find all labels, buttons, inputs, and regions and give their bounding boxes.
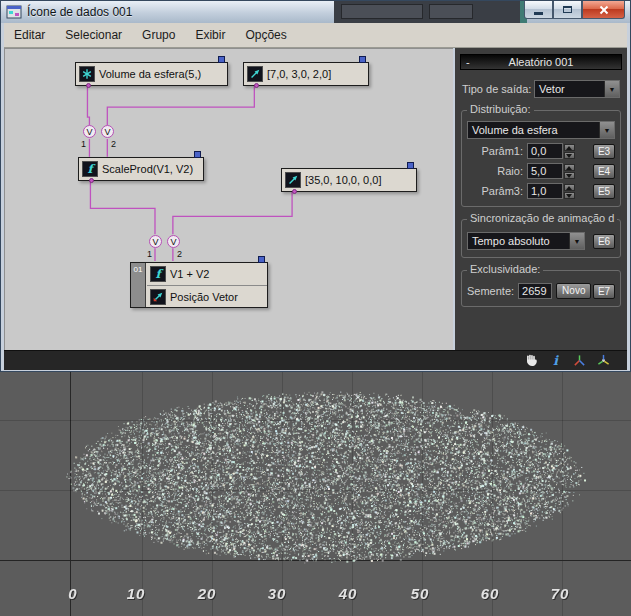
particle-cloud [0, 372, 631, 616]
axis-label: 0 [68, 585, 77, 602]
e4-expose-button[interactable]: E4 [593, 164, 615, 179]
distribution-group: Distribuição: Volume da esfera ▼ Parâm1:… [461, 110, 621, 207]
spinner-up-icon[interactable] [564, 164, 575, 171]
close-button[interactable] [582, 1, 625, 19]
e3-expose-button[interactable]: E3 [593, 144, 615, 159]
node-output-operator[interactable]: 01 f V1 + V2 [130, 262, 268, 308]
spinner-down-icon[interactable] [564, 152, 575, 159]
output-socket[interactable] [292, 189, 297, 194]
node-label: [7,0, 3,0, 2,0] [267, 68, 331, 80]
node-label: Posição Vetor [170, 291, 238, 303]
radius-spinner[interactable] [564, 164, 575, 179]
random-icon [79, 66, 95, 82]
world-axis-icon[interactable] [596, 353, 611, 368]
spinner-down-icon[interactable] [564, 172, 575, 179]
axis-constraint-icon[interactable] [572, 353, 587, 368]
new-seed-button[interactable]: Novo [556, 283, 591, 299]
function-icon: f [82, 161, 98, 177]
operator-index-badge: 01 [131, 263, 146, 307]
node-label: [35,0, 10,0, 0,0] [305, 174, 381, 186]
input-socket[interactable] [194, 151, 201, 158]
node-sphere-volume[interactable]: Volume da esfera(5,) [75, 62, 228, 86]
e7-expose-button[interactable]: E7 [593, 284, 615, 299]
input-socket[interactable] [218, 56, 225, 63]
node-editor-canvas[interactable]: Volume da esfera(5,) [7,0, 3,0, 2,0] [4, 48, 453, 350]
v-connector-label: V [104, 127, 110, 137]
radius-label: Raio: [467, 165, 523, 177]
chevron-down-icon: ▼ [569, 233, 584, 249]
input-socket[interactable] [407, 162, 414, 169]
output-socket[interactable] [254, 83, 259, 88]
data-icon-window: Ícone de dados 001 Editar Selecionar Gru… [0, 0, 631, 372]
input-socket[interactable] [258, 256, 265, 263]
v-connector[interactable]: V [167, 235, 180, 248]
background-button [429, 4, 473, 19]
close-icon [599, 5, 609, 15]
input-socket[interactable] [359, 56, 366, 63]
menu-item-exibir[interactable]: Exibir [185, 25, 235, 45]
e5-expose-button[interactable]: E5 [593, 184, 615, 199]
chevron-down-icon: ▼ [604, 81, 619, 97]
param3-spinner[interactable] [564, 184, 575, 199]
v-connector[interactable]: V [149, 235, 162, 248]
param1-input[interactable]: 0,0 [527, 143, 563, 159]
output-type-label: Tipo de saída: [462, 83, 531, 95]
e6-expose-button[interactable]: E6 [593, 234, 615, 249]
menu-bar: Editar Selecionar Grupo Exibir Opções [4, 23, 627, 48]
info-icon[interactable]: i [548, 353, 563, 368]
operator-row-position[interactable]: Posição Vetor [147, 285, 267, 307]
animation-sync-group: Sincronização de animação d Tempo absolu… [461, 219, 621, 258]
node-label: V1 + V2 [170, 268, 209, 280]
operator-row-function[interactable]: f V1 + V2 [147, 263, 267, 285]
titlebar[interactable]: Ícone de dados 001 [1, 1, 630, 23]
status-bar: i [4, 350, 627, 370]
param1-spinner[interactable] [564, 144, 575, 159]
function-icon: f [150, 266, 166, 282]
param3-input[interactable]: 1,0 [527, 183, 563, 199]
node-vector-1[interactable]: [7,0, 3,0, 2,0] [243, 62, 369, 86]
spinner-up-icon[interactable] [564, 144, 575, 151]
animation-sync-group-label: Sincronização de animação d [467, 212, 617, 224]
output-socket[interactable] [86, 83, 91, 88]
port-number: 2 [177, 249, 182, 259]
dialog-content: Volume da esfera(5,) [7,0, 3,0, 2,0] [4, 48, 627, 350]
v-connector[interactable]: V [101, 125, 114, 138]
viewport[interactable]: 0 10 20 30 40 50 60 70 [0, 372, 631, 616]
spinner-down-icon[interactable] [564, 192, 575, 199]
rollout-title: Aleatório 001 [509, 56, 574, 68]
animation-sync-value: Tempo absoluto [468, 233, 569, 249]
node-scaleprod[interactable]: f ScaleProd(V1, V2) [78, 157, 204, 181]
output-type-dropdown[interactable]: Vetor ▼ [534, 80, 620, 98]
menu-item-selecionar[interactable]: Selecionar [55, 25, 132, 45]
pan-tool-icon[interactable] [524, 353, 539, 368]
param1-label: Parâm1: [467, 145, 523, 157]
background-button [341, 4, 423, 19]
collapse-icon[interactable]: - [466, 55, 470, 70]
minimize-button[interactable] [524, 1, 553, 19]
menu-item-grupo[interactable]: Grupo [132, 25, 185, 45]
parameter-panel: - Aleatório 001 Tipo de saída: Vetor ▼ D… [455, 48, 627, 350]
spinner-up-icon[interactable] [564, 184, 575, 191]
node-vector-2[interactable]: [35,0, 10,0, 0,0] [281, 168, 417, 192]
v-connector[interactable]: V [83, 125, 96, 138]
chevron-down-icon: ▼ [599, 122, 614, 138]
maximize-button[interactable] [553, 1, 582, 19]
seed-input[interactable]: 2659 [518, 283, 552, 299]
maximize-icon [563, 6, 572, 13]
rollout-header[interactable]: - Aleatório 001 [460, 54, 622, 70]
distribution-dropdown[interactable]: Volume da esfera ▼ [467, 121, 615, 139]
radius-input[interactable]: 5,0 [527, 163, 563, 179]
v-connector-label: V [152, 237, 158, 247]
menu-item-editar[interactable]: Editar [4, 25, 55, 45]
animation-sync-dropdown[interactable]: Tempo absoluto ▼ [467, 232, 585, 250]
caption-buttons [524, 1, 625, 19]
param3-label: Parâm3: [467, 185, 523, 197]
vector-icon [247, 66, 263, 82]
axis-label: 60 [481, 585, 500, 602]
screen: Ícone de dados 001 Editar Selecionar Gru… [0, 0, 631, 616]
position-vector-icon [150, 289, 166, 305]
menu-item-opcoes[interactable]: Opções [235, 25, 296, 45]
output-socket[interactable] [89, 178, 94, 183]
node-label: Volume da esfera(5,) [99, 68, 201, 80]
vector-icon [285, 172, 301, 188]
